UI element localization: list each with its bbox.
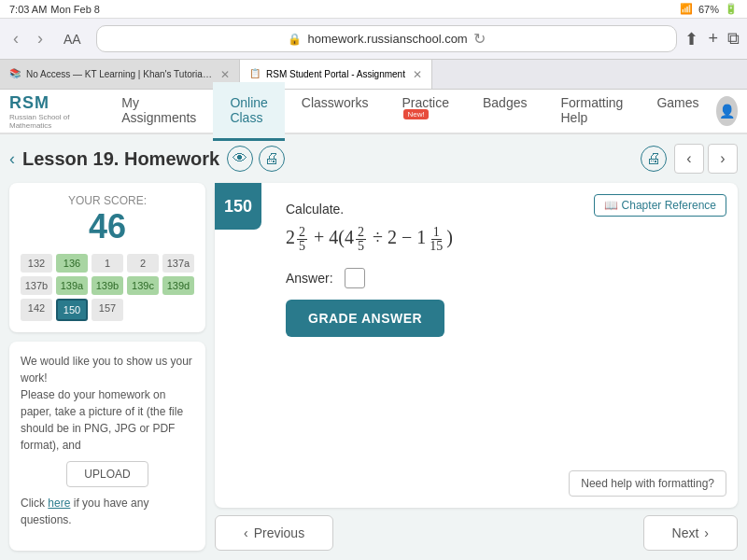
question-body: Calculate. 225 + 4(425 ÷ 2 − 1115) Answe… xyxy=(286,202,723,337)
tab-favicon-rsm: 📋 xyxy=(249,68,262,81)
problem-cell-137a[interactable]: 137a xyxy=(162,254,194,273)
app-nav: RSM Russian School of Mathematics My Ass… xyxy=(0,90,747,134)
lock-icon: 🔒 xyxy=(288,33,302,46)
main-content: ‹ Lesson 19. Homework 👁 🖨 🖨 ‹ › xyxy=(0,134,747,560)
upload-button[interactable]: UPLOAD xyxy=(66,461,148,487)
status-left: 7:03 AM Mon Feb 8 xyxy=(9,4,100,15)
content-grid: YOUR SCORE: 46 132 136 1 2 137a 137b 139… xyxy=(9,183,738,551)
bottom-nav-row: ‹ Previous Next › xyxy=(215,515,738,551)
next-chevron-icon: › xyxy=(704,525,709,540)
lesson-title: Lesson 19. Homework xyxy=(22,148,219,170)
click-text: Click here if you have any questions. xyxy=(21,495,194,528)
browser-chrome: ‹ › AA 🔒 homework.russianschool.com ↻ ⬆ … xyxy=(0,19,747,60)
lesson-header-right: 🖨 ‹ › xyxy=(641,144,738,174)
notes-card: We would like you to show us your work!P… xyxy=(9,342,205,551)
reader-mode-button[interactable]: AA xyxy=(56,30,89,49)
tab-close-rsm[interactable]: ✕ xyxy=(413,68,422,81)
frac-4-2-5: 25 xyxy=(356,226,366,253)
tab-label-rsm: RSM Student Portal - Assignment xyxy=(266,69,405,79)
forward-button[interactable]: › xyxy=(32,27,49,50)
print-icon: 🖨 xyxy=(264,150,279,167)
problem-grid: 132 136 1 2 137a 137b 139a 139b 139c 139… xyxy=(21,254,194,321)
answer-checkbox[interactable] xyxy=(345,268,365,288)
eye-button[interactable]: 👁 xyxy=(227,146,253,172)
logo: RSM Russian School of Mathematics xyxy=(9,93,86,130)
time: 7:03 AM xyxy=(9,4,47,15)
eye-icon: 👁 xyxy=(233,150,247,167)
problem-cell-139d[interactable]: 139d xyxy=(162,276,194,295)
print-icon-button[interactable]: 🖨 xyxy=(259,146,285,172)
tab-label-kt: No Access — KT Learning | Khan's Tutoria… xyxy=(26,69,213,79)
here-link[interactable]: here xyxy=(48,497,70,510)
problem-cell-139a[interactable]: 139a xyxy=(56,276,88,295)
new-badge: New! xyxy=(403,109,428,119)
url-text: homework.russianschool.com xyxy=(307,32,467,46)
question-card: 150 📖 Chapter Reference Calculate. 225 +… xyxy=(215,183,738,508)
lesson-title-area: ‹ Lesson 19. Homework 👁 🖨 xyxy=(9,146,285,172)
tabs-button[interactable]: ⧉ xyxy=(727,29,740,49)
answer-label: Answer: xyxy=(286,271,333,286)
lesson-nav: ‹ › xyxy=(674,144,738,174)
problem-cell-142[interactable]: 142 xyxy=(21,299,52,321)
left-panel: YOUR SCORE: 46 132 136 1 2 137a 137b 139… xyxy=(9,183,205,551)
problem-cell-136[interactable]: 136 xyxy=(56,254,88,273)
battery-icon: 🔋 xyxy=(725,3,738,15)
logo-text: RSM xyxy=(9,93,49,112)
problem-cell-139c[interactable]: 139c xyxy=(127,276,159,295)
status-bar: 7:03 AM Mon Feb 8 📶 67% 🔋 xyxy=(0,0,747,19)
frac-1-15: 115 xyxy=(428,226,444,253)
tab-close-kt[interactable]: ✕ xyxy=(220,68,230,81)
nav-games[interactable]: Games xyxy=(640,82,715,141)
grade-answer-button[interactable]: GRADE ANSWER xyxy=(286,300,444,337)
refresh-button[interactable]: ↻ xyxy=(473,30,486,48)
answer-row: Answer: xyxy=(286,268,723,288)
nav-practice[interactable]: Practice New! xyxy=(385,82,466,141)
book-icon: 📖 xyxy=(604,199,618,212)
nav-formatting-help[interactable]: Formatting Help xyxy=(543,82,640,141)
nav-items: My Assignments Online Class Classworks P… xyxy=(105,82,715,141)
previous-button[interactable]: ‹ Previous xyxy=(215,515,333,551)
question-number-badge: 150 xyxy=(215,183,261,230)
lesson-next-button[interactable]: › xyxy=(708,144,738,174)
problem-cell-1[interactable]: 1 xyxy=(92,254,123,273)
next-button[interactable]: Next › xyxy=(643,515,738,551)
logo-sub: Russian School of Mathematics xyxy=(9,113,86,130)
problem-cell-150[interactable]: 150 xyxy=(56,299,88,321)
tab-favicon-kt: 📚 xyxy=(9,68,22,81)
battery-level: 67% xyxy=(698,4,719,15)
score-card: YOUR SCORE: 46 132 136 1 2 137a 137b 139… xyxy=(9,183,205,332)
add-tab-button[interactable]: + xyxy=(708,29,718,49)
lesson-header: ‹ Lesson 19. Homework 👁 🖨 🖨 ‹ › xyxy=(9,144,738,174)
math-expression: 225 + 4(425 ÷ 2 − 1115) xyxy=(286,226,723,253)
nav-classworks[interactable]: Classworks xyxy=(285,82,386,141)
problem-cell-137b[interactable]: 137b xyxy=(21,276,52,295)
share-button[interactable]: ⬆ xyxy=(684,29,698,49)
score-label: YOUR SCORE: xyxy=(21,194,194,207)
status-right: 📶 67% 🔋 xyxy=(680,3,738,15)
help-formatting-button[interactable]: Need help with formatting? xyxy=(569,470,726,497)
problem-cell-132[interactable]: 132 xyxy=(21,254,52,273)
nav-online-class[interactable]: Online Class xyxy=(213,82,284,141)
printer-icon: 🖨 xyxy=(646,150,661,167)
back-button[interactable]: ‹ xyxy=(7,27,24,50)
score-value: 46 xyxy=(21,207,194,246)
nav-badges[interactable]: Badges xyxy=(466,82,543,141)
url-bar[interactable]: 🔒 homework.russianschool.com ↻ xyxy=(96,25,678,52)
lesson-back-button[interactable]: ‹ xyxy=(9,149,15,169)
problem-cell-2[interactable]: 2 xyxy=(127,254,159,273)
prev-chevron-icon: ‹ xyxy=(244,525,248,540)
lesson-prev-button[interactable]: ‹ xyxy=(674,144,704,174)
wifi-icon: 📶 xyxy=(680,3,693,15)
print-button[interactable]: 🖨 xyxy=(641,146,667,172)
day: Mon Feb 8 xyxy=(50,4,100,15)
problem-cell-157[interactable]: 157 xyxy=(92,299,123,321)
nav-my-assignments[interactable]: My Assignments xyxy=(105,82,213,141)
chapter-reference-button[interactable]: 📖 Chapter Reference xyxy=(594,194,726,217)
lesson-icons: 👁 🖨 xyxy=(227,146,285,172)
problem-cell-139b[interactable]: 139b xyxy=(92,276,123,295)
avatar-icon: 👤 xyxy=(719,104,735,119)
frac-2-5: 25 xyxy=(297,226,307,253)
right-panel: 150 📖 Chapter Reference Calculate. 225 +… xyxy=(215,183,738,551)
notes-text: We would like you to show us your work!P… xyxy=(21,353,194,454)
avatar[interactable]: 👤 xyxy=(716,96,738,126)
